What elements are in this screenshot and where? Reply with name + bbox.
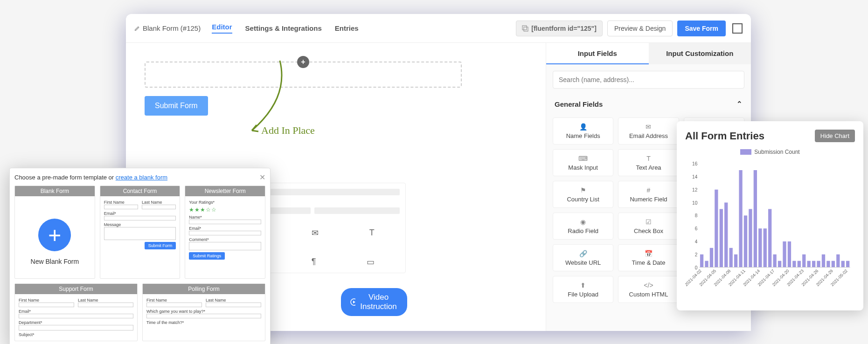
text-icon: T — [369, 228, 375, 238]
template-picker-header: Choose a pre-made form template or creat… — [14, 173, 265, 182]
panel-tabs: Input Fields Input Customization — [546, 43, 751, 64]
tab-input-customization[interactable]: Input Customization — [649, 43, 751, 64]
svg-rect-29 — [783, 241, 786, 268]
field-icon: ⚑ — [580, 186, 586, 194]
template-newsletter-form[interactable]: Newsletter Form Your Ratings* ★★★☆☆ Name… — [185, 186, 265, 279]
template-title: Newsletter Form — [185, 186, 265, 196]
fullscreen-icon[interactable] — [732, 23, 743, 34]
svg-rect-28 — [778, 261, 781, 268]
template-prompt-text: Choose a pre-made form template or — [14, 174, 116, 181]
field-card-name-fields[interactable]: 👤Name Fields — [553, 117, 613, 144]
field-icon: </> — [644, 282, 653, 289]
field-card-radio-field[interactable]: ◉Radio Field — [553, 213, 613, 240]
create-blank-form-link[interactable]: create a blank form — [116, 174, 167, 181]
field-card-email-address[interactable]: ✉Email Address — [618, 117, 679, 144]
field-card-country-list[interactable]: ⚑Country List — [553, 181, 613, 208]
field-card-check-box[interactable]: ☑Check Box — [618, 213, 679, 240]
svg-rect-42 — [846, 261, 849, 268]
field-dropzone[interactable]: + — [145, 62, 462, 88]
template-contact-form[interactable]: Contact Form First NameLast Name Email* … — [100, 186, 181, 279]
template-blank-form[interactable]: Blank Form + New Blank Form — [14, 186, 95, 279]
video-instruction-button[interactable]: Video Instruction — [341, 288, 407, 316]
shortcode-text: [fluentform id="125"] — [531, 25, 597, 32]
plus-circle-icon: + — [38, 219, 71, 251]
template-picker-modal: Choose a pre-made form template or creat… — [9, 168, 271, 344]
svg-rect-30 — [788, 241, 791, 268]
field-card-time-date[interactable]: 📅Time & Date — [618, 244, 679, 271]
blank-label: New Blank Form — [31, 258, 79, 265]
tab-editor[interactable]: Editor — [212, 23, 232, 34]
template-title: Contact Form — [100, 186, 180, 196]
star-rating-icon: ★★★☆☆ — [189, 206, 261, 213]
form-name[interactable]: Blank Form (#125) — [134, 24, 201, 32]
field-icon: 👤 — [579, 123, 587, 131]
tab-input-fields[interactable]: Input Fields — [546, 43, 649, 64]
template-polling-form[interactable]: Polling Form First NameLast Name Which g… — [142, 283, 265, 341]
svg-rect-0 — [522, 26, 527, 30]
svg-rect-13 — [705, 261, 708, 268]
svg-rect-39 — [832, 261, 835, 268]
add-field-button[interactable]: + — [297, 56, 309, 68]
svg-rect-23 — [754, 170, 757, 268]
svg-rect-1 — [524, 27, 528, 31]
svg-rect-12 — [700, 255, 703, 268]
template-support-form[interactable]: Support Form First NameLast Name Email* … — [14, 283, 138, 341]
field-label: Name Fields — [566, 132, 600, 139]
entries-bar-chart: 02468101214162021-04-022021-04-052021-04… — [685, 159, 855, 300]
svg-text:0: 0 — [695, 265, 698, 270]
svg-rect-35 — [812, 261, 815, 268]
svg-rect-14 — [710, 248, 713, 268]
svg-rect-38 — [826, 261, 830, 268]
shortcode-display[interactable]: [fluentform id="125"] — [516, 21, 603, 36]
field-card-text-area[interactable]: TText Area — [618, 149, 679, 176]
svg-rect-31 — [792, 261, 796, 268]
video-btn-label: Video Instruction — [359, 293, 398, 311]
field-card-file-upload[interactable]: ⬆File Upload — [553, 276, 613, 303]
field-icon: ◉ — [580, 218, 586, 226]
field-search-input[interactable] — [553, 71, 744, 89]
svg-text:14: 14 — [692, 174, 698, 179]
svg-rect-33 — [802, 255, 806, 268]
preview-design-button[interactable]: Preview & Design — [607, 21, 673, 36]
hide-chart-button[interactable]: Hide Chart — [815, 130, 855, 142]
svg-rect-16 — [720, 209, 723, 267]
tab-entries[interactable]: Entries — [335, 24, 359, 32]
field-icon: ⬆ — [580, 282, 586, 289]
svg-text:12: 12 — [692, 187, 698, 193]
svg-text:16: 16 — [692, 161, 698, 166]
close-icon[interactable]: ✕ — [259, 173, 265, 182]
envelope-icon: ✉ — [312, 228, 319, 238]
template-submit-btn: Submit Ratings — [189, 252, 225, 260]
template-submit-btn: Submit Form — [145, 242, 176, 249]
chart-legend: Submission Count — [685, 149, 855, 155]
card-icon: ▭ — [367, 257, 375, 267]
chevron-up-icon: ⌃ — [736, 100, 743, 108]
svg-rect-24 — [758, 228, 762, 267]
field-card-website-url[interactable]: 🔗Website URL — [553, 244, 613, 271]
field-label: Country List — [567, 196, 599, 203]
svg-rect-27 — [773, 255, 776, 268]
field-icon: ⌨ — [578, 155, 588, 162]
svg-rect-15 — [715, 190, 718, 268]
svg-text:6: 6 — [695, 226, 698, 231]
tab-settings[interactable]: Settings & Integrations — [245, 24, 322, 32]
field-icon: # — [647, 186, 651, 194]
field-icon: 🔗 — [579, 250, 587, 257]
svg-text:10: 10 — [692, 200, 698, 206]
field-card-numeric-field[interactable]: #Numeric Field — [618, 181, 679, 208]
save-form-button[interactable]: Save Form — [677, 21, 726, 36]
field-label: Website URL — [565, 259, 601, 266]
field-card-custom-html[interactable]: </>Custom HTML — [618, 276, 679, 303]
svg-rect-21 — [744, 215, 747, 267]
svg-rect-22 — [749, 209, 752, 267]
field-card-mask-input[interactable]: ⌨Mask Input — [553, 149, 613, 176]
field-icon: ☑ — [646, 218, 652, 226]
svg-text:8: 8 — [695, 213, 698, 218]
edit-icon — [134, 26, 140, 31]
submit-form-button[interactable]: Submit Form — [145, 96, 208, 116]
general-fields-header[interactable]: General Fields ⌃ — [546, 95, 751, 113]
svg-rect-25 — [764, 228, 767, 267]
section-title: General Fields — [555, 100, 603, 108]
svg-text:4: 4 — [695, 239, 698, 244]
template-title: Support Form — [15, 284, 137, 294]
